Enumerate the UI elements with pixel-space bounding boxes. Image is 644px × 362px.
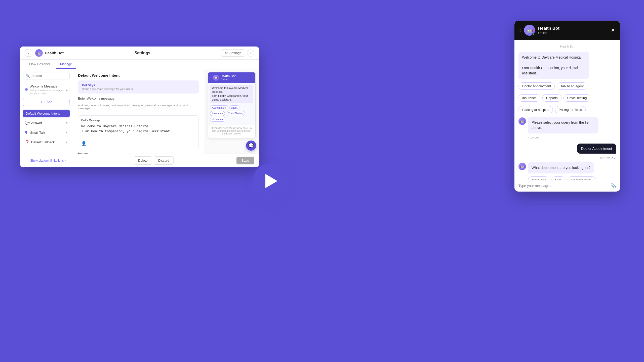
chat-widget-back-button[interactable]: ‹ [519,28,521,33]
delete-button[interactable]: Delete [134,156,152,165]
bot-select-prompt-row: 🤖 Please select your query from the list… [518,117,616,141]
arrow-right-icon: › [65,159,66,162]
preview-chip-1[interactable]: Appointment [210,105,228,110]
bot-dept-content: What department are you looking for? Onc… [528,162,610,180]
show-limitations-link[interactable]: Show platform limitations › [25,157,71,164]
editor-body: 🔍 ⚙ Welcome Message Setup a welcome mess… [20,69,259,154]
bot-dept-question: What department are you looking for? [528,162,594,173]
video-play-overlay[interactable] [253,163,288,199]
chips-row-2: Insurance Reports Covid Testing [518,94,616,102]
play-button[interactable] [253,163,288,199]
answer-label: Answer [31,121,65,125]
chat-widget: ‹ 🤖 Health Bot Online ✕ Health Bot Welco… [514,21,620,192]
online-status-dot [532,33,535,35]
tab-flow-designer[interactable]: Flow Designer [25,60,54,69]
save-button[interactable]: Save [236,157,254,164]
preview-back-button[interactable]: ‹ [211,76,212,79]
fallback-section[interactable]: ❓ Default Fallback ▼ [23,138,70,147]
chip-parking[interactable]: Parking at hospital [518,106,553,113]
action-buttons: Delete Discard [134,156,174,165]
chip-reports[interactable]: Reports [542,94,561,102]
chip-ent[interactable]: ENT [551,176,566,180]
brand-name: Health Bot [45,51,64,55]
add-button[interactable]: + + Add [23,98,70,106]
welcome-label: Welcome Message [30,84,65,88]
bot-dept-row: 🤖 What department are you looking for? O… [518,162,616,180]
chip-doctor-appointment[interactable]: Doctor Appointment [518,82,555,90]
message-card: Bot's Message 👤 [78,115,199,149]
bot-select-prompt: Please select your query from the list a… [528,117,598,133]
chevron-down-icon3: ▼ [65,141,68,144]
discard-button[interactable]: Discard [154,156,174,165]
editor-topbar: ‹ 🤖 Health Bot Settings ⚙ Settings ? [20,47,259,60]
preview-chip-2[interactable]: agent [229,105,239,110]
bot-welcome-bubble: Welcome to Daycare Medical Hospital. I a… [518,52,589,79]
search-input[interactable] [31,74,67,78]
settings-button[interactable]: ⚙ Settings [221,49,245,57]
chip-pricing[interactable]: Pricing for Tests [555,106,586,113]
person-icon: 👤 [81,141,195,146]
brand: 🤖 Health Bot [35,49,64,57]
welcome-icon: ⚙ [25,87,28,92]
preview-chip-5[interactable]: at hospital [210,117,226,122]
preview-chip-3[interactable]: Insurance [210,111,225,116]
preview-avatar: 🤖 [213,75,219,81]
intent-title: Default Welcome Intent [78,73,199,77]
message-card-label: Bot's Message [81,119,195,122]
chip-oncology[interactable]: Oncology [528,176,549,180]
chat-widget-avatar: 🤖 [524,25,535,36]
small-talk-label: Small Talk [30,131,65,134]
chip-rheumatology[interactable]: Rheumatology [568,176,596,180]
search-icon: 🔍 [26,74,30,78]
small-talk-icon: 🗣 [25,130,29,135]
brand-avatar: 🤖 [35,49,43,57]
preview-chat-body: Welcome to Daycare Medical Hospital. I a… [208,83,255,125]
chevron-down-icon2: ▼ [65,131,68,134]
chat-widget-header: ‹ 🤖 Health Bot Online ✕ [514,21,620,40]
chip-insurance[interactable]: Insurance [518,94,540,102]
play-triangle-icon [265,174,277,188]
preview-chat-window: ‹ 🤖 Health Bot Online Welcome to Daycare… [208,72,256,138]
bot-dept-avatar: 🤖 [518,163,526,170]
chat-bubble-icon: 💬 [248,143,254,148]
tab-manage[interactable]: Manage [56,60,76,69]
answer-section[interactable]: 💬 Answer ▼ [23,118,70,127]
preview-chip-4[interactable]: Covid Testing [226,111,245,116]
chat-widget-close-button[interactable]: ✕ [611,27,615,33]
chips-row-3: Parking at hospital Pricing for Tests [518,106,616,113]
preview-header-status: Online [221,78,236,81]
chip-talk-to-agent[interactable]: Talk to an agent [557,82,587,90]
bot-says-subtitle: Setup a welcome message for your users. [82,87,195,90]
welcome-message-section[interactable]: ⚙ Welcome Message Setup a welcome messag… [23,82,70,97]
plus-icon: + [41,100,43,104]
chevron-up-icon: ▲ [65,88,68,91]
small-talk-section[interactable]: 🗣 Small Talk ▼ [23,128,70,137]
editor-nav: Flow Designer Manage [20,60,259,69]
chat-widget-body: Health Bot Welcome to Daycare Medical Ho… [514,40,620,180]
chips-row-1: Doctor Appointment Talk to an agent [518,82,616,90]
help-button[interactable]: ? [247,50,254,57]
chip-covid-testing[interactable]: Covid Testing [564,94,591,102]
preview-panel: ‹ 🤖 Health Bot Online Welcome to Daycare… [204,69,259,154]
bot-msg-avatar: 🤖 [518,117,526,125]
fallback-icon: ❓ [25,140,30,145]
chat-widget-name: Health Bot [538,26,608,31]
user-bubble-time: 1:22 PM ✓✓ [600,156,616,160]
gear-icon: ⚙ [225,51,228,55]
welcome-sub: Setup a welcome message for your users [30,89,65,95]
chat-input-field[interactable] [518,184,608,188]
chat-bubble-button[interactable]: 💬 [246,141,256,151]
back-button[interactable]: ‹ [25,50,32,57]
preview-header-name: Health Bot [221,74,236,78]
editor-action-bar: Show platform limitations › Delete Disca… [20,154,259,167]
sidebar-item-default-welcome[interactable]: Default Welcome Intent [23,110,70,117]
message-textarea[interactable] [81,124,195,139]
attach-icon[interactable]: 📎 [611,183,616,189]
bot-says-card: Bot Says Setup a welcome message for you… [78,80,199,94]
enter-message-sub: Add text, buttons, images, custom payloa… [78,104,199,110]
preview-chips: Appointment agent Insurance Covid Testin… [210,105,253,122]
chat-widget-input: 📎 [514,180,620,192]
bot-msg-content: Please select your query from the list a… [528,117,598,141]
editor-panel: ‹ 🤖 Health Bot Settings ⚙ Settings ? Flo… [20,47,259,167]
chevron-down-icon: ▼ [65,121,68,124]
